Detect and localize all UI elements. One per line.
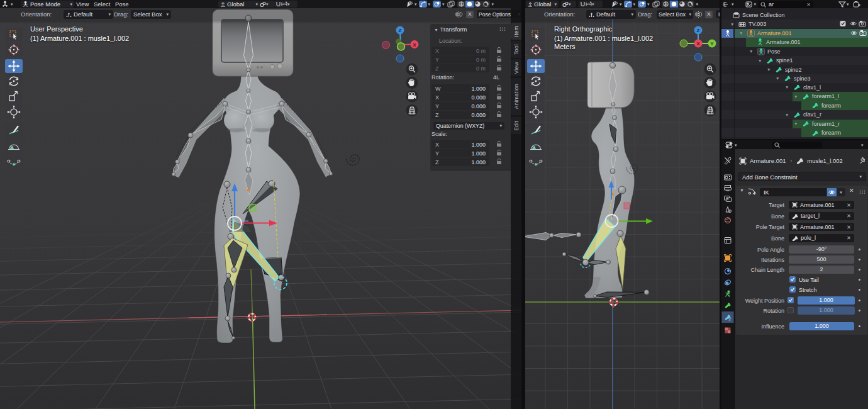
svg-text:Z: Z xyxy=(399,28,402,33)
svg-text:Z: Z xyxy=(697,28,700,33)
svg-text:axis: axis xyxy=(243,219,248,223)
svg-text:X: X xyxy=(413,42,416,48)
svg-text:X: X xyxy=(696,41,700,47)
svg-text:Y: Y xyxy=(710,41,714,47)
